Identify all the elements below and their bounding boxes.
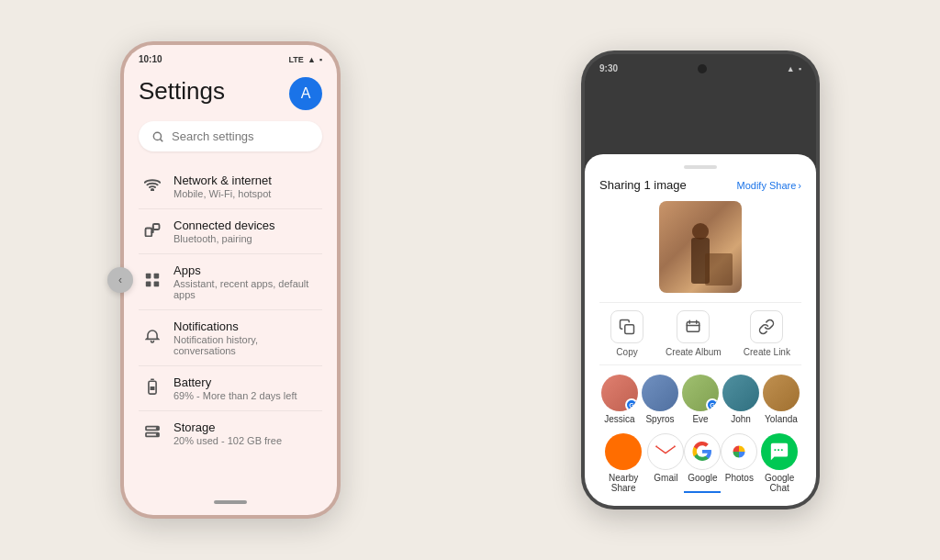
left-status-icons: LTE ▲ ▪ [289, 55, 322, 64]
apps-text: Apps Assistant, recent apps, default app… [173, 263, 319, 300]
svg-rect-14 [625, 325, 634, 334]
settings-item-storage[interactable]: Storage 20% used - 102 GB free [139, 411, 322, 455]
share-header: Sharing 1 image Modify Share › [599, 178, 801, 192]
storage-title: Storage [173, 420, 319, 434]
copy-icon [610, 310, 643, 343]
apps-icon [142, 273, 162, 291]
network-text: Network & internet Mobile, Wi-Fi, hotspo… [173, 174, 319, 199]
settings-list: Network & internet Mobile, Wi-Fi, hotspo… [139, 164, 322, 455]
search-bar[interactable]: Search settings [139, 121, 322, 151]
right-phone: 9:30 ▲ ▪ Sharing 1 image Modify Share › [581, 50, 820, 510]
wifi-icon [142, 178, 162, 195]
gmail-label: Gmail [654, 473, 677, 483]
create-link-action[interactable]: Create Link [744, 310, 790, 357]
spyros-name: Spyros [645, 414, 674, 424]
left-phone: 10:10 LTE ▲ ▪ Settings A Search settings [120, 41, 341, 519]
search-icon [151, 130, 164, 143]
sheet-handle [684, 165, 717, 169]
svg-rect-4 [153, 224, 160, 230]
storage-icon [142, 425, 162, 442]
gmail-icon [647, 433, 684, 470]
modify-share-button[interactable]: Modify Share › [737, 180, 801, 191]
bell-icon [142, 329, 162, 348]
create-link-label: Create Link [744, 347, 790, 357]
app-chat[interactable]: Google Chat [757, 433, 801, 493]
back-button[interactable]: ‹ [107, 267, 133, 293]
modify-share-label: Modify Share [737, 180, 797, 191]
jessica-name: Jessica [604, 414, 634, 424]
john-name: John [731, 414, 751, 424]
svg-rect-6 [154, 274, 160, 279]
modify-share-arrow: › [798, 180, 801, 191]
share-image-container [599, 201, 801, 293]
notifications-title: Notifications [173, 319, 319, 333]
contact-john[interactable]: John [722, 375, 759, 424]
settings-item-network[interactable]: Network & internet Mobile, Wi-Fi, hotspo… [139, 164, 322, 209]
app-gmail[interactable]: Gmail [647, 433, 684, 493]
settings-item-notifications[interactable]: Notifications Notification history, conv… [139, 310, 322, 366]
settings-item-apps[interactable]: Apps Assistant, recent apps, default app… [139, 254, 322, 310]
avatar[interactable]: A [289, 77, 322, 110]
chat-icon [761, 433, 798, 470]
create-album-label: Create Album [666, 347, 722, 357]
settings-item-connected[interactable]: Connected devices Bluetooth, pairing [139, 209, 322, 254]
photos-icon [721, 433, 757, 470]
yolanda-name: Yolanda [765, 414, 798, 424]
home-indicator [214, 500, 247, 504]
app-photos[interactable]: Photos [721, 433, 757, 493]
svg-point-13 [157, 434, 159, 436]
left-time: 10:10 [139, 54, 162, 64]
connected-subtitle: Bluetooth, pairing [173, 233, 319, 244]
signal-icon: ▲ [308, 55, 316, 64]
camera-hole [698, 64, 707, 73]
contact-jessica[interactable]: G Jessica [601, 375, 638, 424]
svg-rect-8 [154, 282, 160, 287]
app-nearby[interactable]: Nearby Share [599, 433, 647, 493]
create-album-action[interactable]: Create Album [666, 310, 722, 357]
nearby-label: Nearby Share [599, 473, 647, 493]
network-title: Network & internet [173, 174, 319, 187]
right-battery-icon: ▪ [799, 64, 801, 73]
nearby-icon [605, 433, 642, 470]
battery-text: Battery 69% - More than 2 days left [173, 375, 319, 401]
right-signal-icon: ▲ [787, 64, 795, 73]
share-actions: Copy Create Album [599, 302, 801, 365]
contact-yolanda[interactable]: Yolanda [763, 375, 800, 424]
svg-point-0 [153, 132, 161, 140]
battery-title: Battery [173, 375, 319, 389]
settings-content: Settings A Search settings [124, 68, 337, 489]
settings-header: Settings A [139, 77, 322, 110]
connected-title: Connected devices [173, 218, 319, 232]
copy-action[interactable]: Copy [610, 310, 643, 357]
lte-icon: LTE [289, 55, 304, 64]
svg-line-1 [161, 139, 163, 141]
svg-rect-7 [146, 282, 151, 287]
storage-text: Storage 20% used - 102 GB free [173, 420, 319, 446]
settings-title: Settings [139, 77, 225, 106]
app-google[interactable]: Google [684, 433, 721, 493]
eve-name: Eve [692, 414, 708, 424]
chat-label: Google Chat [757, 473, 801, 493]
share-image [659, 201, 742, 293]
settings-item-battery[interactable]: Battery 69% - More than 2 days left [139, 366, 322, 411]
connected-icon [142, 222, 162, 241]
svg-rect-3 [146, 229, 152, 237]
google-label: Google [688, 473, 717, 483]
jessica-avatar: G [601, 375, 638, 411]
share-sheet: Sharing 1 image Modify Share › [585, 154, 816, 506]
right-time: 9:30 [599, 63, 618, 73]
battery-subtitle: 69% - More than 2 days left [173, 390, 319, 401]
contact-eve[interactable]: G Eve [682, 375, 719, 424]
yolanda-avatar [763, 375, 800, 411]
connected-text: Connected devices Bluetooth, pairing [173, 218, 319, 244]
svg-rect-5 [146, 274, 151, 279]
svg-rect-15 [688, 322, 700, 332]
contacts-row: G Jessica Spyros G Eve [599, 375, 801, 424]
album-icon [677, 310, 710, 343]
contact-spyros[interactable]: Spyros [642, 375, 678, 424]
apps-row: Nearby Share Gmail [599, 433, 801, 493]
svg-point-12 [157, 428, 159, 430]
right-statusbar: 9:30 ▲ ▪ [585, 54, 816, 81]
share-title: Sharing 1 image [599, 178, 687, 192]
apps-subtitle: Assistant, recent apps, default apps [173, 278, 319, 300]
